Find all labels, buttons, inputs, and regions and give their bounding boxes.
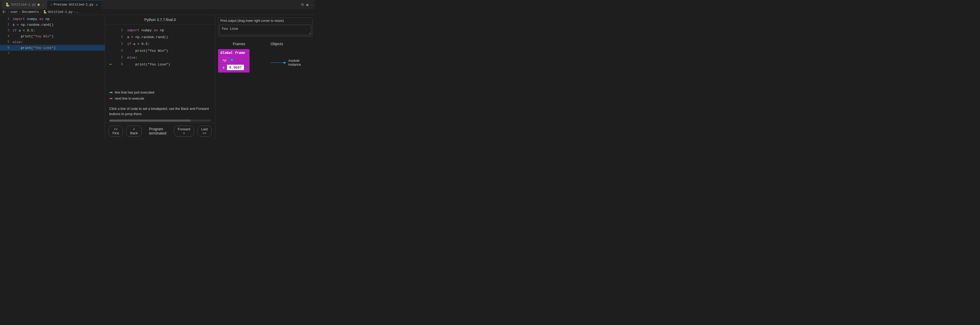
tab-close-button[interactable]: ✕ [95, 2, 98, 8]
preview-line-2[interactable]: 2 a = np.random.rand() [109, 33, 211, 40]
back-button[interactable]: < Back [126, 126, 142, 137]
frame-title: Global frame [220, 51, 247, 55]
frame-var-np: np [220, 57, 229, 63]
layout-icon[interactable]: ▣ [306, 3, 309, 7]
objects-header: Objects [270, 41, 283, 47]
legend: ➡ line that has just executed ➡ next lin… [105, 88, 215, 104]
tab-editor-label: Untitled-1.py [11, 3, 36, 6]
legend-green-text: line that has just executed [115, 90, 154, 94]
forward-button[interactable]: Forward > [174, 126, 194, 137]
breadcrumb-user: user [11, 10, 18, 14]
legend-red-item: ➡ next line to execute [109, 96, 211, 101]
title-bar: 🐍 Untitled-1.py … ≡ Preview Untitled-1.p… [0, 0, 315, 9]
print-output-body: You Lose ◢ [220, 25, 311, 35]
preview-line-3[interactable]: 3 if a < 0.5: [109, 40, 211, 47]
green-arrow-icon: ➡ [109, 62, 112, 67]
legend-green-arrow: ➡ [109, 90, 113, 95]
python-breadcrumb-icon: 🐍 [43, 10, 47, 14]
last-button[interactable]: Last >> [197, 126, 212, 137]
code-editor[interactable]: 1 import numpy as np 2 a = np.random.ran… [0, 15, 105, 139]
frame-var-a: a [220, 65, 227, 70]
legend-green-item: ➡ line that has just executed [109, 90, 211, 95]
connector-arrowhead: ▶ [284, 60, 286, 65]
title-bar-actions: ⧉ ▣ … [301, 3, 313, 7]
python-version-header: Python 3.7.7.final.0 [105, 15, 215, 25]
split-editor-icon[interactable]: ⧉ [301, 3, 304, 6]
debug-pane: Print output (drag lower right corner to… [215, 15, 315, 139]
python-icon: 🐍 [5, 2, 10, 7]
first-button[interactable]: << First [108, 126, 123, 137]
help-text: Click a line of code to set a breakpoint… [105, 104, 215, 118]
resize-handle[interactable]: ◢ [309, 32, 310, 34]
code-line-4[interactable]: 4 print("You Win") [0, 33, 105, 39]
legend-red-text: next line to execute [115, 96, 144, 100]
more-actions-icon[interactable]: … [311, 3, 313, 6]
frame-row-np: np [220, 56, 247, 64]
objects-section: Objects ▶ module instance [260, 41, 313, 73]
print-output-header: Print output (drag lower right corner to… [218, 18, 312, 24]
preview-icon: ≡ [51, 3, 52, 6]
frames-objects-area: Frames Global frame np a 0.9607 [218, 41, 313, 73]
breadcrumb-documents: Documents [22, 10, 39, 14]
breadcrumb-drive: D: [3, 10, 6, 14]
code-line-1[interactable]: 1 import numpy as np [0, 16, 105, 22]
legend-red-arrow: ➡ [109, 96, 113, 101]
tab-more-button[interactable]: … [42, 3, 44, 6]
frames-section: Frames Global frame np a 0.9607 [218, 41, 260, 73]
preview-pane: Python 3.7.7.final.0 1 import numpy as n… [105, 15, 215, 139]
breadcrumb-more: … [76, 10, 78, 14]
global-frame-box: Global frame np a 0.9607 [218, 49, 250, 73]
code-line-5[interactable]: 5 else: [0, 39, 105, 45]
breadcrumb: D: › user › Documents › 🐍 Untitled-1.py … [0, 9, 315, 15]
tab-preview-label: Preview Untitled-1.py [54, 3, 93, 6]
frames-header: Frames [218, 41, 260, 47]
frame-row-a: a 0.9607 [220, 64, 247, 71]
frame-val-a: 0.9607 [227, 65, 244, 70]
code-line-2[interactable]: 2 a = np.random.rand() [0, 22, 105, 27]
print-output-panel: Print output (drag lower right corner to… [218, 18, 313, 37]
preview-line-6[interactable]: ➡ 6 print("You Lose") [109, 61, 211, 68]
preview-code-area[interactable]: 1 import numpy as np 2 a = np.random.ran… [105, 25, 215, 88]
bottom-nav: << First < Back Program terminated Forwa… [105, 123, 215, 139]
tab-modified-dot [38, 4, 40, 6]
editor-pane: 1 import numpy as np 2 a = np.random.ran… [0, 15, 105, 139]
preview-line-5[interactable]: 5 else: [109, 54, 211, 61]
connector-line [270, 62, 284, 63]
code-line-3[interactable]: 3 if a < 0.5: [0, 27, 105, 33]
horizontal-scrollbar[interactable] [109, 119, 211, 122]
preview-line-1[interactable]: 1 import numpy as np [109, 27, 211, 33]
python-version-label: Python 3.7.7.final.0 [145, 18, 176, 22]
breadcrumb-file: Untitled-1.py [48, 10, 73, 14]
arrow-6: ➡ [109, 62, 117, 67]
module-instance-label: module instance [288, 59, 313, 67]
connector-area: ▶ module instance [270, 59, 313, 67]
scrollbar-thumb[interactable] [109, 119, 191, 122]
frame-dot-np [229, 58, 235, 62]
preview-line-4[interactable]: 4 print("You Win") [109, 47, 211, 54]
print-output-value: You Lose [222, 27, 238, 30]
main-content: 1 import numpy as np 2 a = np.random.ran… [0, 15, 315, 139]
tab-preview[interactable]: ≡ Preview Untitled-1.py ✕ [47, 0, 102, 9]
help-text-label: Click a line of code to set a breakpoint… [109, 107, 209, 116]
tab-editor[interactable]: 🐍 Untitled-1.py … [2, 0, 47, 9]
code-line-7[interactable]: 7 [0, 51, 105, 56]
pointer-dot-np [231, 59, 233, 61]
nav-status: Program terminated [149, 127, 166, 135]
code-line-6[interactable]: 6 print("You Lose") [0, 45, 105, 51]
